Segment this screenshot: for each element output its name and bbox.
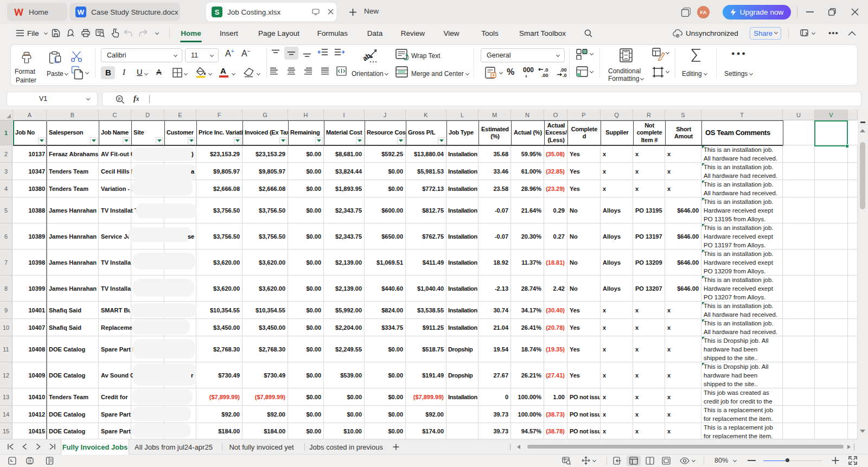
svg-text:.00: .00 <box>541 73 548 78</box>
svg-text:.0: .0 <box>563 73 567 78</box>
svg-text:.0: .0 <box>544 67 548 73</box>
svg-text:.00: .00 <box>560 67 567 73</box>
